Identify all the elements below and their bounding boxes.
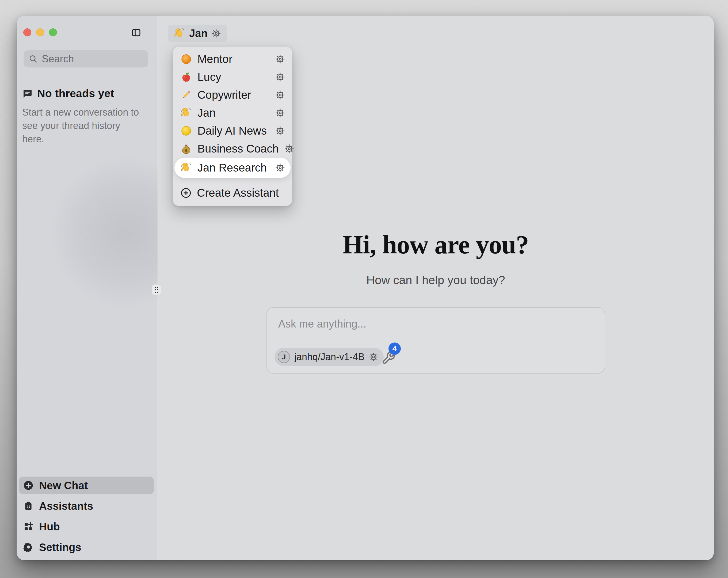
sidebar-item-label: New Chat — [39, 479, 88, 492]
robot-icon — [23, 501, 34, 511]
assistant-menu-item-daily-ai-news[interactable]: Daily AI News — [175, 122, 290, 140]
greeting-title: Hi, how are you? — [158, 230, 714, 259]
gear-icon[interactable] — [211, 29, 221, 38]
plus-circle-outline-icon — [180, 187, 191, 199]
assistant-menu-item-label: Mentor — [198, 53, 270, 66]
gear-icon[interactable] — [275, 90, 285, 100]
search-input[interactable] — [42, 53, 144, 65]
app-window: No threads yet Start a new conversation … — [17, 16, 714, 560]
assistant-menu-item-label: Daily AI News — [198, 124, 270, 137]
model-selector-button[interactable]: J janhq/Jan-v1-4B — [275, 348, 384, 366]
tools-count-badge: 4 — [389, 343, 401, 355]
yellow-circle-icon — [180, 125, 192, 137]
assistant-menu-item-jan-research[interactable]: Jan Research — [175, 158, 290, 178]
money-bag-icon: $ — [180, 143, 192, 155]
gear-icon[interactable] — [275, 126, 285, 136]
chat-input[interactable] — [278, 318, 593, 330]
assistant-menu-item-copywriter[interactable]: Copywriter — [175, 86, 290, 104]
drag-dots-icon — [154, 286, 159, 293]
sidebar-toggle-icon[interactable] — [131, 28, 141, 38]
greeting: Hi, how are you? How can I help you toda… — [158, 230, 714, 287]
minimize-window-button[interactable] — [36, 28, 44, 36]
sidebar-resize-handle[interactable] — [152, 284, 161, 296]
sidebar-nav: New Chat Assistants — [19, 477, 154, 556]
assistant-selector-label: Jan — [189, 27, 208, 39]
sidebar-item-new-chat[interactable]: New Chat — [19, 477, 154, 494]
plus-circle-icon — [23, 480, 34, 491]
sidebar-item-label: Assistants — [39, 500, 93, 512]
greeting-subtitle: How can I help you today? — [158, 274, 714, 287]
model-name: janhq/Jan-v1-4B — [294, 351, 364, 362]
orange-circle-icon — [180, 53, 192, 65]
assistant-menu-item-mentor[interactable]: Mentor — [175, 50, 290, 68]
search-icon — [28, 54, 38, 64]
gear-icon[interactable] — [275, 54, 285, 64]
sidebar-item-settings[interactable]: Settings — [19, 538, 154, 556]
sidebar: No threads yet Start a new conversation … — [17, 16, 157, 560]
assistant-menu-item-jan[interactable]: Jan — [175, 104, 290, 122]
assistant-menu-item-lucy[interactable]: Lucy — [175, 68, 290, 86]
apple-icon — [180, 71, 192, 83]
gear-icon[interactable] — [275, 163, 285, 173]
assistant-menu-item-label: Business Coach — [198, 142, 279, 155]
close-window-button[interactable] — [23, 28, 31, 36]
gear-icon — [23, 542, 34, 553]
window-controls — [23, 28, 57, 36]
empty-state-description: Start a new conversation to see your thr… — [22, 106, 142, 146]
empty-state-title: No threads yet — [37, 87, 114, 100]
waving-hand-icon — [174, 28, 185, 39]
assistant-selector-button[interactable]: Jan — [168, 25, 227, 42]
assistant-menu-item-label: Lucy — [198, 71, 270, 83]
waving-hand-icon — [180, 162, 192, 174]
gear-icon[interactable] — [284, 144, 294, 154]
sidebar-item-label: Settings — [39, 541, 81, 553]
assistant-menu-item-business-coach[interactable]: $ Business Coach — [175, 140, 290, 158]
create-assistant-button[interactable]: Create Assistant — [175, 183, 290, 202]
waving-hand-icon — [180, 107, 192, 119]
chat-bubble-icon — [22, 88, 33, 99]
search-field[interactable] — [24, 50, 148, 68]
main-topbar: Jan — [158, 16, 714, 46]
create-assistant-label: Create Assistant — [197, 186, 279, 199]
assistant-menu-item-label: Jan Research — [198, 161, 270, 174]
zoom-window-button[interactable] — [49, 28, 57, 36]
gear-icon[interactable] — [275, 108, 285, 118]
svg-text:$: $ — [185, 148, 187, 153]
tools-button[interactable]: 4 — [382, 346, 397, 365]
sidebar-item-hub[interactable]: Hub — [19, 518, 154, 535]
assistant-menu-item-label: Jan — [198, 106, 270, 119]
assistant-menu: Mentor Lucy — [173, 46, 292, 206]
model-avatar: J — [278, 351, 290, 363]
assistant-menu-item-label: Copywriter — [198, 89, 270, 101]
gear-icon[interactable] — [275, 72, 285, 82]
sidebar-item-assistants[interactable]: Assistants — [19, 497, 154, 515]
threads-empty-state: No threads yet Start a new conversation … — [22, 87, 142, 146]
hub-icon — [23, 521, 34, 532]
gear-icon[interactable] — [369, 352, 378, 362]
chat-composer[interactable]: J janhq/Jan-v1-4B 4 — [266, 307, 605, 374]
pencil-icon — [180, 89, 192, 101]
sidebar-item-label: Hub — [39, 521, 60, 533]
